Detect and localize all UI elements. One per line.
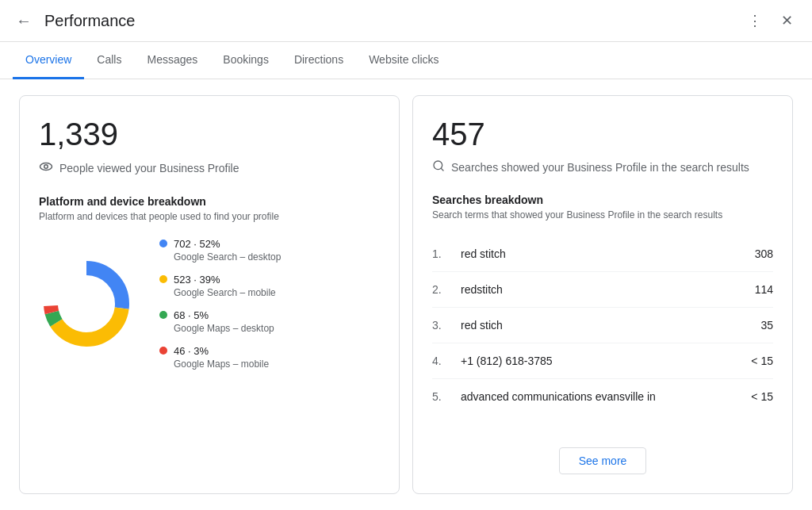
donut-chart — [39, 256, 134, 351]
search-rank-2: 2. — [432, 283, 448, 296]
legend-label-3: Google Maps – desktop — [174, 323, 274, 334]
header: ← Performance ⋮ ✕ — [0, 0, 812, 42]
tab-directions[interactable]: Directions — [282, 42, 356, 79]
searches-stat-description: Searches showed your Business Profile in… — [432, 159, 773, 174]
search-term-1: red stitch — [461, 247, 742, 260]
list-item: 1. red stitch 308 — [432, 236, 773, 272]
legend-item-maps-desktop: 68 · 5% Google Maps – desktop — [159, 309, 281, 334]
searches-stat-number: 457 — [432, 115, 773, 153]
legend-item-maps-mobile: 46 · 3% Google Maps – mobile — [159, 345, 281, 370]
tab-messages[interactable]: Messages — [134, 42, 210, 79]
see-more-container: See more — [432, 441, 773, 474]
svg-line-8 — [441, 168, 443, 171]
search-count-5: < 15 — [751, 390, 773, 403]
searches-breakdown-title: Searches breakdown — [432, 194, 773, 206]
close-button[interactable]: ✕ — [775, 10, 799, 31]
search-count-1: 308 — [755, 247, 773, 260]
legend-label-1: Google Search – desktop — [174, 251, 281, 263]
search-term-5: advanced communications evansville in — [461, 390, 738, 403]
list-item: 2. redstitch 114 — [432, 272, 773, 308]
breakdown-subtitle: Platform and devices that people used to… — [39, 211, 380, 222]
search-count-4: < 15 — [751, 355, 773, 367]
views-stat-description: People viewed your Business Profile — [39, 159, 380, 176]
legend-label-4: Google Maps – mobile — [174, 359, 269, 370]
search-term-4: +1 (812) 618-3785 — [461, 355, 738, 367]
tab-bookings[interactable]: Bookings — [210, 42, 282, 79]
search-rank-1: 1. — [432, 247, 448, 260]
back-button[interactable]: ← — [13, 10, 35, 32]
eye-icon — [39, 159, 53, 176]
breakdown-title: Platform and device breakdown — [39, 195, 380, 208]
tab-overview[interactable]: Overview — [13, 42, 84, 79]
search-count-3: 35 — [760, 319, 773, 332]
chart-legend: 702 · 52% Google Search – desktop 523 · … — [159, 238, 281, 370]
search-term-3: red stich — [461, 319, 748, 332]
searches-card: 457 Searches showed your Business Profil… — [412, 95, 793, 494]
legend-label-2: Google Search – mobile — [174, 287, 276, 298]
legend-dot-blue — [159, 240, 167, 247]
search-rank-4: 4. — [432, 355, 448, 367]
legend-value-4: 46 · 3% — [174, 345, 269, 357]
list-item: 3. red stich 35 — [432, 308, 773, 343]
searches-breakdown-subtitle: Search terms that showed your Business P… — [432, 209, 773, 220]
search-count-2: 114 — [755, 283, 773, 296]
legend-dot-red — [159, 347, 167, 355]
legend-dot-yellow — [159, 275, 167, 283]
svg-point-6 — [59, 276, 114, 332]
search-list: 1. red stitch 308 2. redstitch 114 3. re… — [432, 236, 773, 431]
more-options-button[interactable]: ⋮ — [741, 10, 768, 31]
search-rank-5: 5. — [432, 390, 448, 403]
legend-value-3: 68 · 5% — [174, 309, 274, 321]
legend-dot-green — [159, 311, 167, 319]
chart-area: 702 · 52% Google Search – desktop 523 · … — [39, 238, 380, 370]
search-term-2: redstitch — [461, 283, 742, 296]
main-content: 1,339 People viewed your Business Profil… — [0, 79, 812, 510]
legend-item-search-mobile: 523 · 39% Google Search – mobile — [159, 274, 281, 298]
legend-item-search-desktop: 702 · 52% Google Search – desktop — [159, 238, 281, 263]
tab-calls[interactable]: Calls — [84, 42, 134, 79]
tab-website-clicks[interactable]: Website clicks — [356, 42, 451, 79]
legend-value-1: 702 · 52% — [174, 238, 281, 250]
list-item: 4. +1 (812) 618-3785 < 15 — [432, 343, 773, 379]
header-actions: ⋮ ✕ — [741, 10, 799, 31]
see-more-button[interactable]: See more — [559, 447, 647, 474]
search-rank-3: 3. — [432, 319, 448, 332]
svg-point-0 — [40, 163, 52, 171]
page-title: Performance — [44, 12, 741, 30]
search-icon — [432, 159, 445, 174]
legend-value-2: 523 · 39% — [174, 274, 276, 286]
list-item: 5. advanced communications evansville in… — [432, 379, 773, 414]
views-card: 1,339 People viewed your Business Profil… — [19, 95, 400, 494]
views-stat-number: 1,339 — [39, 115, 380, 153]
svg-point-1 — [44, 165, 48, 169]
nav-tabs: Overview Calls Messages Bookings Directi… — [0, 42, 812, 79]
